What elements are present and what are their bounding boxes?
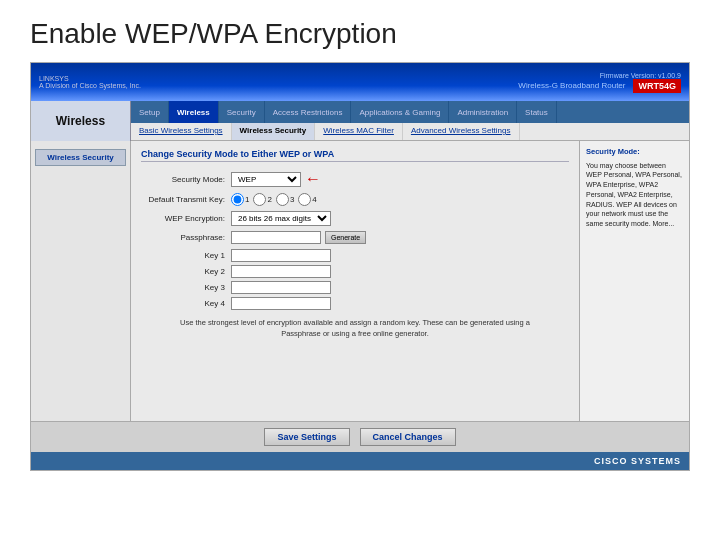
tx-key-label: Default Transmit Key: bbox=[141, 195, 231, 204]
left-sidebar: Wireless Security bbox=[31, 141, 131, 421]
info-text: Use the strongest level of encryption av… bbox=[141, 318, 569, 339]
radio-1[interactable] bbox=[231, 193, 244, 206]
cisco-area: CISCO SYSTEMS bbox=[31, 452, 689, 470]
sub-nav-advanced[interactable]: Advanced Wireless Settings bbox=[403, 123, 520, 140]
tab-admin[interactable]: Administration bbox=[449, 101, 517, 123]
main-area: Wireless Security Change Security Mode t… bbox=[31, 141, 689, 421]
radio-2[interactable] bbox=[253, 193, 266, 206]
center-content: Change Security Mode to Either WEP or WP… bbox=[131, 141, 579, 421]
right-sidebar: Security Mode: You may choose between WE… bbox=[579, 141, 689, 421]
nav-tabs-row: Setup Wireless Security Access Restricti… bbox=[131, 101, 689, 123]
tab-security[interactable]: Security bbox=[219, 101, 265, 123]
router-ui: LINKSYS A Division of Cisco Systems, Inc… bbox=[30, 62, 690, 471]
key1-row: Key 1 bbox=[141, 249, 569, 262]
key4-row: Key 4 bbox=[141, 297, 569, 310]
router-header-right: Firmware Version: v1.00.9 Wireless-G Bro… bbox=[518, 72, 681, 93]
tab-wireless[interactable]: Wireless bbox=[169, 101, 219, 123]
tab-access[interactable]: Access Restrictions bbox=[265, 101, 352, 123]
sub-nav-basic[interactable]: Basic Wireless Settings bbox=[131, 123, 232, 140]
section-title: Change Security Mode to Either WEP or WP… bbox=[141, 149, 569, 162]
cisco-logo: CISCO SYSTEMS bbox=[594, 456, 681, 466]
bottom-bar: Save Settings Cancel Changes bbox=[31, 421, 689, 452]
key3-input[interactable] bbox=[231, 281, 331, 294]
model-badge: WRT54G bbox=[633, 79, 681, 93]
tx-key-row: Default Transmit Key: 1 2 3 4 bbox=[141, 193, 569, 206]
key4-input[interactable] bbox=[231, 297, 331, 310]
radio-3-label[interactable]: 3 bbox=[276, 193, 294, 206]
cancel-changes-button[interactable]: Cancel Changes bbox=[360, 428, 456, 446]
security-mode-row: Security Mode: WEP WPA Personal WPA Ente… bbox=[141, 170, 569, 188]
linksys-logo: LINKSYS A Division of Cisco Systems, Inc… bbox=[39, 75, 141, 89]
tab-applications[interactable]: Applications & Gaming bbox=[351, 101, 449, 123]
page-title: Enable WEP/WPA Encryption bbox=[0, 0, 720, 62]
radio-2-label[interactable]: 2 bbox=[253, 193, 271, 206]
key2-label: Key 2 bbox=[141, 267, 231, 276]
wep-encryption-label: WEP Encryption: bbox=[141, 214, 231, 223]
key2-input[interactable] bbox=[231, 265, 331, 278]
key1-input[interactable] bbox=[231, 249, 331, 262]
key4-label: Key 4 bbox=[141, 299, 231, 308]
wep-encryption-row: WEP Encryption: 26 bits 26 max digits 64… bbox=[141, 211, 569, 226]
nav-wireless-label: Wireless bbox=[31, 101, 131, 141]
wep-encryption-select[interactable]: 26 bits 26 max digits 64-bit 10 hex digi… bbox=[231, 211, 331, 226]
key2-row: Key 2 bbox=[141, 265, 569, 278]
sidebar-title: Wireless Security bbox=[35, 149, 126, 166]
linksys-sub: A Division of Cisco Systems, Inc. bbox=[39, 82, 141, 89]
radio-1-label[interactable]: 1 bbox=[231, 193, 249, 206]
router-name-label: Wireless-G Broadband Router bbox=[518, 81, 625, 90]
firmware-label: Firmware Version: v1.00.9 bbox=[518, 72, 681, 79]
generate-button[interactable]: Generate bbox=[325, 231, 366, 244]
passphrase-input[interactable] bbox=[231, 231, 321, 244]
key3-label: Key 3 bbox=[141, 283, 231, 292]
save-settings-button[interactable]: Save Settings bbox=[264, 428, 349, 446]
passphrase-label: Passphrase: bbox=[141, 233, 231, 242]
security-mode-select[interactable]: WEP WPA Personal WPA Enterprise WPA2 Per… bbox=[231, 172, 301, 187]
right-sidebar-title: Security Mode: bbox=[586, 147, 683, 158]
arrow-indicator: ← bbox=[305, 170, 321, 188]
key3-row: Key 3 bbox=[141, 281, 569, 294]
linksys-logo-area: LINKSYS A Division of Cisco Systems, Inc… bbox=[39, 75, 141, 89]
tab-status[interactable]: Status bbox=[517, 101, 557, 123]
passphrase-input-area: Generate bbox=[231, 231, 366, 244]
sub-nav-mac[interactable]: Wireless MAC Filter bbox=[315, 123, 403, 140]
router-header: LINKSYS A Division of Cisco Systems, Inc… bbox=[31, 63, 689, 101]
passphrase-row: Passphrase: Generate bbox=[141, 231, 569, 244]
tx-key-radios: 1 2 3 4 bbox=[231, 193, 317, 206]
radio-4-label[interactable]: 4 bbox=[298, 193, 316, 206]
nav-area: Wireless Setup Wireless Security Access … bbox=[31, 101, 689, 141]
key1-label: Key 1 bbox=[141, 251, 231, 260]
radio-3[interactable] bbox=[276, 193, 289, 206]
tab-setup[interactable]: Setup bbox=[131, 101, 169, 123]
sub-nav-security[interactable]: Wireless Security bbox=[232, 123, 316, 140]
security-mode-label: Security Mode: bbox=[141, 175, 231, 184]
linksys-brand: LINKSYS bbox=[39, 75, 141, 82]
right-sidebar-text: You may choose between WEP Personal, WPA… bbox=[586, 161, 683, 230]
sub-nav-row: Basic Wireless Settings Wireless Securit… bbox=[131, 123, 689, 141]
radio-4[interactable] bbox=[298, 193, 311, 206]
